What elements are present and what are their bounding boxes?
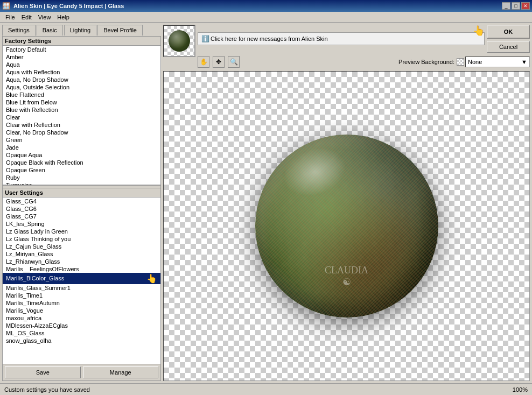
menu-view[interactable]: View bbox=[35, 13, 54, 22]
list-item[interactable]: Lz_Cajun Sue_Glass bbox=[3, 243, 160, 250]
hand-tool-icon: ✋ bbox=[200, 58, 208, 66]
preview-thumbnail bbox=[163, 25, 195, 57]
minimize-button[interactable]: _ bbox=[502, 2, 510, 10]
list-item[interactable]: Factory Default bbox=[3, 46, 160, 53]
glass-sphere-preview bbox=[255, 135, 438, 318]
left-panel: Settings Basic Lighting Bevel Profile Fa… bbox=[2, 25, 161, 381]
list-item[interactable]: maxou_africa bbox=[3, 314, 160, 322]
list-item[interactable]: Green bbox=[3, 136, 160, 144]
selected-item-label: Marilis_BiColor_Glass bbox=[6, 275, 64, 281]
preview-area: CLAUDIA ☯ bbox=[163, 71, 530, 381]
list-item[interactable]: MDlessen-AizzaECglas bbox=[3, 322, 160, 329]
list-item[interactable]: Amber bbox=[3, 53, 160, 61]
list-item[interactable]: Marilis_Vogue bbox=[3, 307, 160, 314]
list-item[interactable]: Clear with Reflection bbox=[3, 121, 160, 129]
list-item[interactable]: Ruby bbox=[3, 174, 160, 181]
factory-settings-header: Factory Settings bbox=[3, 37, 160, 46]
zoom-tool-icon: 🔍 bbox=[230, 58, 238, 66]
bg-label: Preview Background: bbox=[398, 59, 454, 65]
close-button[interactable]: ✕ bbox=[521, 2, 530, 10]
menu-bar: File Edit View Help bbox=[0, 12, 532, 23]
banner-text: Click here for new messages from Alien S… bbox=[211, 36, 328, 42]
menu-file[interactable]: File bbox=[2, 13, 18, 22]
list-item[interactable]: Marilis_Glass_Summer1 bbox=[3, 284, 160, 292]
user-settings-list[interactable]: Glass_CG4 Glass_CG6 Glass_CG7 LK_les_Spr… bbox=[3, 198, 160, 364]
title-bar: 🪟 Alien Skin | Eye Candy 5 Impact | Glas… bbox=[0, 0, 532, 12]
list-item[interactable]: Lz Glass Lady in Green bbox=[3, 228, 160, 235]
menu-edit[interactable]: Edit bbox=[18, 13, 35, 22]
list-item[interactable]: Blue Flattened bbox=[3, 91, 160, 98]
status-bar: Custom settings you have saved 100% bbox=[0, 383, 532, 395]
manage-button[interactable]: Manage bbox=[83, 366, 159, 378]
list-item[interactable]: Lz_Miriyan_Glass bbox=[3, 250, 160, 258]
right-top-area: ℹ️ Click here for new messages from Alie… bbox=[163, 25, 530, 69]
bottom-buttons: Save Manage bbox=[3, 364, 160, 380]
ok-cancel-area: 👆 OK Cancel bbox=[487, 25, 530, 53]
factory-settings-list[interactable]: Factory Default Amber Aqua Aqua with Ref… bbox=[3, 46, 160, 185]
list-item[interactable]: Glass_CG4 bbox=[3, 198, 160, 205]
list-item[interactable]: Marilis_Time1 bbox=[3, 292, 160, 299]
list-item[interactable]: Blue with Reflection bbox=[3, 106, 160, 114]
cancel-button[interactable]: Cancel bbox=[487, 41, 530, 53]
list-item-selected[interactable]: Marilis_BiColor_Glass 👆 bbox=[3, 273, 160, 284]
ok-button[interactable]: 👆 OK bbox=[487, 25, 530, 39]
background-selector: Preview Background: None ▼ bbox=[398, 57, 530, 67]
hand-tool-button[interactable]: ✋ bbox=[198, 56, 209, 68]
bg-combo[interactable]: None ▼ bbox=[465, 57, 530, 67]
window-controls: _ □ ✕ bbox=[502, 2, 530, 10]
user-settings-header: User Settings bbox=[3, 188, 160, 198]
zoom-tool-button[interactable]: 🔍 bbox=[228, 56, 240, 68]
tab-settings[interactable]: Settings bbox=[2, 25, 36, 36]
list-item[interactable]: Jade bbox=[3, 144, 160, 151]
list-item[interactable]: Glass_CG6 bbox=[3, 205, 160, 213]
list-item[interactable]: Lz Glass Thinking of you bbox=[3, 235, 160, 243]
list-item[interactable]: Opaque Black with Reflection bbox=[3, 159, 160, 166]
bg-color-swatch bbox=[457, 58, 464, 66]
list-item[interactable]: LK_les_Spring bbox=[3, 220, 160, 228]
ok-label: OK bbox=[504, 29, 513, 35]
list-item[interactable]: Marilis__FeelingsOfFlowers bbox=[3, 265, 160, 273]
tab-lighting[interactable]: Lighting bbox=[64, 25, 97, 36]
bg-combo-value: None bbox=[468, 59, 482, 65]
ok-hand-icon: 👆 bbox=[473, 25, 485, 37]
list-item[interactable]: Glass_CG7 bbox=[3, 213, 160, 220]
settings-panel: Factory Settings Factory Default Amber A… bbox=[2, 36, 161, 381]
list-item[interactable]: Clear bbox=[3, 114, 160, 121]
title-text: Alien Skin | Eye Candy 5 Impact | Glass bbox=[13, 3, 124, 9]
status-text-left: Custom settings you have saved bbox=[4, 386, 90, 393]
right-panel: ℹ️ Click here for new messages from Alie… bbox=[163, 25, 530, 381]
list-item[interactable]: snow_glass_olha bbox=[3, 337, 160, 344]
glass-sphere-inner bbox=[255, 135, 438, 318]
bg-combo-arrow: ▼ bbox=[521, 59, 527, 65]
move-tool-icon: ✥ bbox=[216, 58, 221, 66]
top-section: Settings Basic Lighting Bevel Profile Fa… bbox=[0, 23, 532, 383]
list-item[interactable]: Aqua, Outside Selection bbox=[3, 83, 160, 91]
main-container: Settings Basic Lighting Bevel Profile Fa… bbox=[0, 23, 532, 383]
tab-bevel[interactable]: Bevel Profile bbox=[97, 25, 143, 36]
tabs: Settings Basic Lighting Bevel Profile bbox=[2, 25, 161, 36]
save-button[interactable]: Save bbox=[5, 366, 81, 378]
info-icon: ℹ️ bbox=[201, 35, 209, 43]
list-item[interactable]: Clear, No Drop Shadow bbox=[3, 129, 160, 136]
move-tool-button[interactable]: ✥ bbox=[213, 56, 225, 68]
list-item[interactable]: Marilis_TimeAutumn bbox=[3, 299, 160, 307]
menu-help[interactable]: Help bbox=[54, 13, 73, 22]
list-item[interactable]: Opaque Aqua bbox=[3, 151, 160, 159]
preview-controls-row: ✋ ✥ 🔍 Preview Background: bbox=[198, 55, 530, 69]
list-item[interactable]: Turquoise bbox=[3, 181, 160, 185]
alien-skin-banner[interactable]: ℹ️ Click here for new messages from Alie… bbox=[198, 32, 485, 45]
hand-pointer-icon: 👆 bbox=[146, 273, 157, 284]
list-item[interactable]: Aqua with Reflection bbox=[3, 68, 160, 76]
status-text-right: 100% bbox=[513, 386, 528, 393]
list-item[interactable]: Aqua bbox=[3, 61, 160, 68]
list-item[interactable]: Lz_Rhianwyn_Glass bbox=[3, 258, 160, 265]
list-item[interactable]: Blue Lit from Below bbox=[3, 98, 160, 106]
maximize-button[interactable]: □ bbox=[512, 2, 520, 10]
list-item[interactable]: ML_OS_Glass bbox=[3, 329, 160, 337]
list-item[interactable]: Aqua, No Drop Shadow bbox=[3, 76, 160, 83]
tab-basic[interactable]: Basic bbox=[37, 25, 63, 36]
list-item[interactable]: Opaque Green bbox=[3, 166, 160, 174]
